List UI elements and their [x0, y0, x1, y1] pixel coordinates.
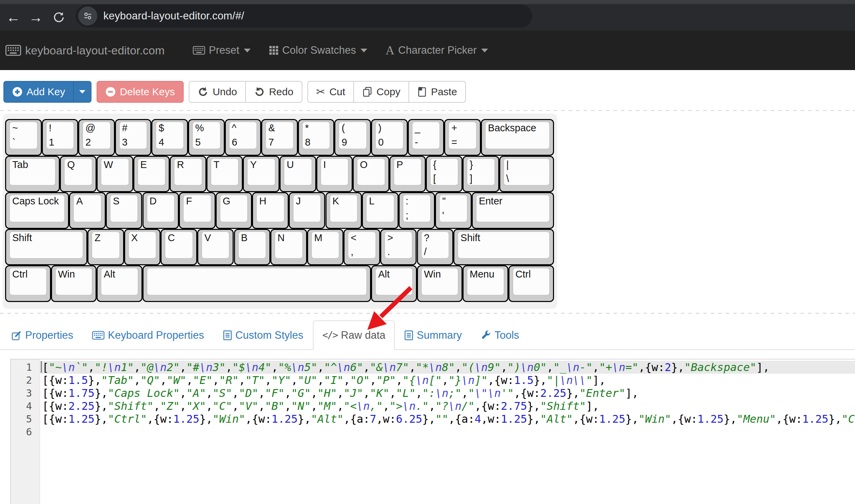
add-key-dropdown[interactable]: [73, 81, 91, 103]
key-([interactable]: (9: [334, 119, 371, 156]
key-menu[interactable]: Menu: [463, 265, 508, 302]
key-backspace[interactable]: Backspace: [481, 119, 554, 156]
nav-item-color-swatches[interactable]: Color Swatches: [260, 44, 376, 56]
key-~[interactable]: ~`: [5, 119, 42, 156]
tab-raw-data[interactable]: </> Raw data: [313, 320, 395, 350]
code-line[interactable]: [{w:1.5},"Tab","Q","W","E","R","T","Y","…: [40, 374, 855, 387]
key-space[interactable]: [142, 265, 371, 302]
redo-label: Redo: [269, 86, 294, 98]
key-l[interactable]: L: [362, 192, 399, 229]
reload-button[interactable]: [48, 4, 69, 31]
key-f[interactable]: F: [179, 192, 216, 229]
keycap-face: N: [274, 231, 303, 259]
back-button[interactable]: ←: [3, 4, 24, 31]
key-&[interactable]: &7: [261, 119, 298, 156]
key-alt[interactable]: Alt: [371, 265, 417, 302]
key-k[interactable]: K: [325, 192, 362, 229]
key-v[interactable]: V: [197, 229, 234, 266]
key-tab[interactable]: Tab: [5, 156, 60, 192]
tab-tools[interactable]: Tools: [471, 320, 529, 350]
key-o[interactable]: O: [353, 156, 389, 192]
keyboard-canvas[interactable]: ~`!1@2#3$4%5^6&7*8(9)0_-+=BackspaceTabQW…: [0, 110, 855, 314]
key-r[interactable]: R: [170, 156, 206, 192]
key-e[interactable]: E: [133, 156, 170, 192]
key-ctrl[interactable]: Ctrl: [5, 265, 51, 302]
key-i[interactable]: I: [316, 156, 353, 192]
key-m[interactable]: M: [307, 229, 344, 266]
key-h[interactable]: H: [252, 192, 289, 229]
key-"[interactable]: "': [435, 192, 472, 229]
key-alt[interactable]: Alt: [97, 265, 142, 302]
key-q[interactable]: Q: [60, 156, 97, 192]
key-legend-top: $: [158, 122, 164, 134]
cut-button[interactable]: ✂ Cut: [307, 81, 354, 103]
key-<[interactable]: <,: [343, 229, 380, 266]
key-+[interactable]: +=: [444, 119, 481, 156]
key-:[interactable]: :;: [399, 192, 435, 229]
key-d[interactable]: D: [142, 192, 179, 229]
key-z[interactable]: Z: [87, 229, 124, 266]
key-t[interactable]: T: [206, 156, 243, 192]
key-caps-lock[interactable]: Caps Lock: [5, 192, 69, 229]
key-![interactable]: !1: [42, 119, 79, 156]
key-c[interactable]: C: [161, 229, 197, 266]
code-line[interactable]: [{w:1.25},"Ctrl",{w:1.25},"Win",{w:1.25}…: [40, 413, 855, 425]
key-j[interactable]: J: [289, 192, 325, 229]
keycap-face: P: [393, 158, 422, 186]
key-w[interactable]: W: [97, 156, 133, 192]
tab-keyboard-properties[interactable]: Keyboard Properties: [83, 320, 214, 350]
copy-button[interactable]: Copy: [354, 81, 409, 103]
key-enter[interactable]: Enter: [472, 192, 554, 229]
line-number: 2: [11, 374, 39, 387]
key-s[interactable]: S: [106, 192, 142, 229]
key-win[interactable]: Win: [417, 265, 463, 302]
key-n[interactable]: N: [270, 229, 307, 266]
key-#[interactable]: #3: [115, 119, 152, 156]
key-|[interactable]: |\: [499, 156, 554, 192]
redo-button[interactable]: Redo: [246, 81, 302, 103]
code-area[interactable]: ["~\n`","!\n1","@\n2","#\n3","$\n4","%\n…: [40, 359, 855, 504]
key-%[interactable]: %5: [188, 119, 225, 156]
key-b[interactable]: B: [234, 229, 271, 266]
tab-custom-styles[interactable]: Custom Styles: [214, 320, 313, 350]
key-}[interactable]: }]: [463, 156, 499, 192]
key-g[interactable]: G: [216, 192, 252, 229]
file-icon: [223, 330, 232, 340]
site-info-button[interactable]: [78, 6, 97, 26]
key-y[interactable]: Y: [243, 156, 280, 192]
code-line[interactable]: [{w:2.25},"Shift","Z","X","C","V","B","N…: [40, 400, 855, 413]
key-*[interactable]: *8: [298, 119, 335, 156]
key-_[interactable]: _-: [408, 119, 445, 156]
forward-button[interactable]: →: [25, 4, 46, 31]
key->[interactable]: >.: [380, 229, 417, 266]
key-a[interactable]: A: [69, 192, 106, 229]
nav-item-character-picker[interactable]: A Character Picker: [376, 44, 497, 56]
key-shift[interactable]: Shift: [453, 229, 554, 266]
code-line[interactable]: [40, 425, 855, 438]
key-$[interactable]: $4: [151, 119, 188, 156]
key-@[interactable]: @2: [78, 119, 115, 156]
key-ctrl[interactable]: Ctrl: [508, 265, 554, 302]
key-)[interactable]: )0: [371, 119, 408, 156]
tab-summary[interactable]: Summary: [395, 320, 471, 350]
key-shift[interactable]: Shift: [5, 229, 87, 266]
key-?[interactable]: ?/: [417, 229, 454, 266]
undo-button[interactable]: Undo: [189, 81, 246, 103]
add-key-button[interactable]: Add Key: [3, 81, 73, 103]
code-line[interactable]: [{w:1.75},"Caps Lock","A","S","D","F","G…: [40, 387, 855, 400]
delete-keys-button[interactable]: Delete Keys: [97, 81, 184, 103]
key-{[interactable]: {[: [426, 156, 463, 192]
brand[interactable]: keyboard-layout-editor.com: [5, 44, 165, 57]
paste-button[interactable]: Paste: [409, 81, 466, 103]
key-^[interactable]: ^6: [225, 119, 262, 156]
key-x[interactable]: X: [124, 229, 161, 266]
raw-data-editor[interactable]: 123456 ["~\n`","!\n1","@\n2","#\n3","$\n…: [10, 359, 855, 504]
code-line[interactable]: ["~\n`","!\n1","@\n2","#\n3","$\n4","%\n…: [40, 361, 855, 374]
key-win[interactable]: Win: [51, 265, 97, 302]
url-bar[interactable]: keyboard-layout-editor.com/#/: [76, 4, 532, 28]
tab-label: Properties: [25, 329, 73, 341]
nav-item-preset[interactable]: Preset: [184, 44, 260, 56]
tab-properties[interactable]: Properties: [2, 320, 83, 350]
key-p[interactable]: P: [389, 156, 426, 192]
key-u[interactable]: U: [280, 156, 316, 192]
